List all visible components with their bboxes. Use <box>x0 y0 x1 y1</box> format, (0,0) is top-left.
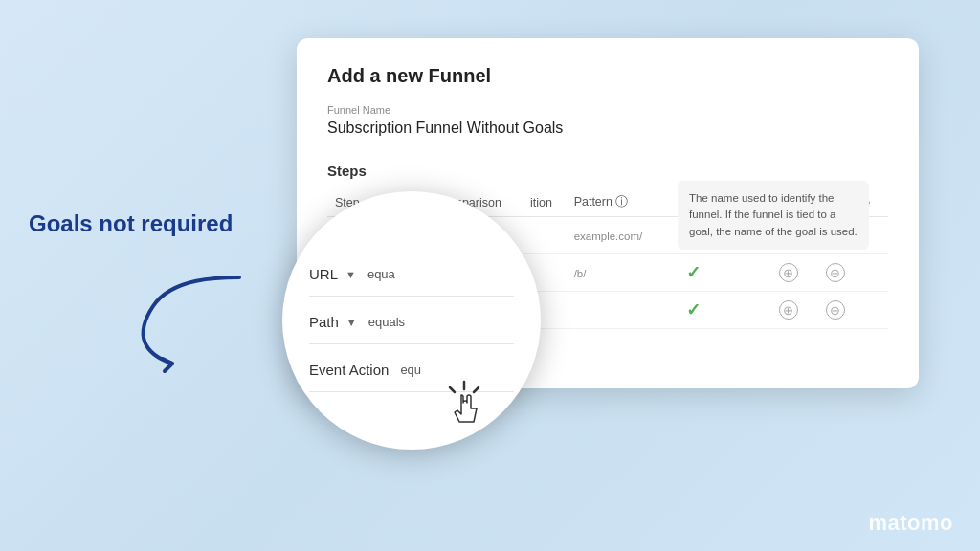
event-action-dropdown[interactable]: Event Action <box>309 362 389 378</box>
svg-line-2 <box>450 387 455 392</box>
event-action-label: Event Action <box>309 362 389 378</box>
url-dropdown[interactable]: URL ▼ <box>309 266 356 282</box>
cursor-icon <box>440 380 488 432</box>
page-title: Add a new Funnel <box>327 65 888 87</box>
funnel-name-label: Funnel Name <box>327 104 595 116</box>
step-pattern: example.com/ <box>567 217 679 254</box>
step-remove[interactable]: ⊖ <box>818 254 888 292</box>
step-condition <box>523 217 567 254</box>
dropdown-url-item: URL ▼ equa <box>309 249 514 297</box>
url-equals-text: equa <box>368 267 395 281</box>
chevron-down-icon: ▼ <box>346 317 357 328</box>
magnifier-overlay: URL ▼ equa Path ▼ equals Event Action eq… <box>282 191 541 450</box>
path-dropdown[interactable]: Path ▼ <box>309 314 357 330</box>
step-required: ✓ <box>679 254 771 292</box>
arrow-icon <box>96 268 287 383</box>
step-help: ⊕ <box>771 292 818 329</box>
path-equals-text: equals <box>368 315 405 329</box>
event-action-equals-text: equ <box>400 363 421 377</box>
col-pattern: Pattern ⓘ <box>567 188 679 217</box>
step-required: ✓ <box>679 292 771 329</box>
matomo-logo: matomo <box>868 511 953 536</box>
step-pattern <box>567 292 679 329</box>
url-label: URL <box>309 266 338 282</box>
chevron-down-icon: ▼ <box>345 269 356 280</box>
step-help: ⊕ <box>771 254 818 292</box>
dropdown-path-item: Path ▼ equals <box>309 297 514 344</box>
svg-line-1 <box>474 387 479 392</box>
steps-label: Steps <box>327 163 888 179</box>
step-remove[interactable]: ⊖ <box>818 292 888 329</box>
step-pattern: /b/ <box>567 254 679 292</box>
col-condition: ition <box>523 188 567 217</box>
goals-not-required-label: Goals not required <box>29 210 249 238</box>
path-label: Path <box>309 314 339 330</box>
tooltip-box: The name used to identify the funnel. If… <box>678 181 869 250</box>
funnel-name-value: Subscription Funnel Without Goals <box>327 120 595 143</box>
